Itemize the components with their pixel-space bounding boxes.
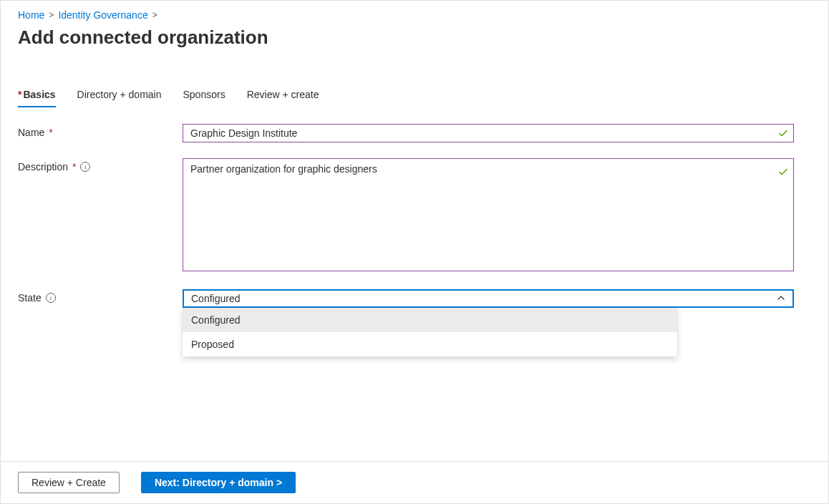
tab-label: Directory + domain (77, 89, 162, 100)
tab-label: Sponsors (183, 89, 226, 100)
next-button[interactable]: Next: Directory + domain > (141, 472, 296, 493)
required-marker: * (49, 127, 52, 138)
info-icon[interactable]: i (46, 293, 56, 303)
dropdown-selected-value: Configured (191, 293, 241, 304)
state-control: Configured Configured Proposed (183, 289, 794, 308)
footer: Review + Create Next: Directory + domain… (1, 461, 828, 503)
name-input[interactable] (183, 124, 794, 142)
name-control (183, 124, 794, 142)
state-dropdown-menu: Configured Proposed (183, 308, 677, 357)
description-input[interactable] (183, 158, 794, 271)
tabs: *Basics Directory + domain Sponsors Revi… (18, 84, 811, 108)
state-dropdown[interactable]: Configured (183, 289, 794, 308)
info-icon[interactable]: i (80, 162, 90, 172)
name-label: Name * (18, 124, 183, 138)
chevron-right-icon: > (49, 10, 54, 20)
required-marker: * (72, 161, 76, 173)
content-area: Home > Identity Governance > Add connect… (1, 1, 828, 308)
tab-basics[interactable]: *Basics (18, 84, 56, 107)
form-row-state: State i Configured Configured Proposed (18, 289, 811, 308)
dropdown-option-proposed[interactable]: Proposed (183, 332, 677, 357)
page-frame: Home > Identity Governance > Add connect… (0, 0, 829, 504)
page-title: Add connected organization (18, 26, 811, 49)
breadcrumb-link-home[interactable]: Home (18, 9, 44, 21)
tab-review-create[interactable]: Review + create (247, 84, 319, 107)
required-marker: * (18, 89, 21, 100)
label-text: Description (18, 161, 68, 173)
description-label: Description * i (18, 158, 183, 173)
description-control (183, 158, 794, 273)
state-label: State i (18, 289, 183, 304)
label-text: State (18, 292, 42, 304)
review-create-button[interactable]: Review + Create (18, 472, 120, 493)
tab-label: Basics (23, 89, 55, 100)
tab-label: Review + create (247, 89, 319, 100)
chevron-up-icon (777, 293, 785, 304)
breadcrumb-link-identity-governance[interactable]: Identity Governance (58, 9, 147, 21)
chevron-right-icon: > (152, 10, 157, 20)
form-row-name: Name * (18, 124, 811, 142)
dropdown-option-configured[interactable]: Configured (183, 308, 677, 332)
label-text: Name (18, 127, 44, 138)
breadcrumb: Home > Identity Governance > (18, 6, 811, 26)
tab-sponsors[interactable]: Sponsors (183, 84, 226, 107)
tab-directory-domain[interactable]: Directory + domain (77, 84, 162, 107)
form-row-description: Description * i (18, 158, 811, 273)
